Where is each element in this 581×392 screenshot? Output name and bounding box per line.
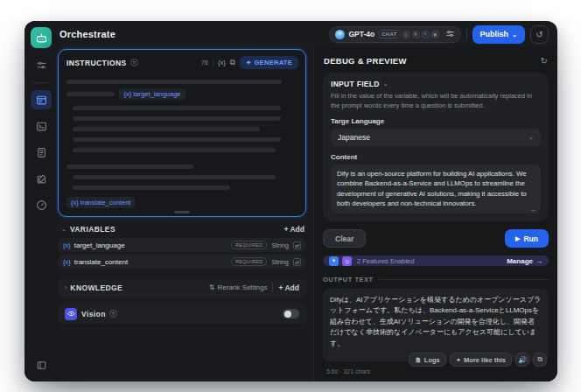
variables-title: VARIABLES <box>70 225 116 234</box>
variable-icon: {x} <box>63 242 71 249</box>
variable-tag-target-language[interactable]: {x} target_language <box>119 88 185 100</box>
nav-orchestrate-icon[interactable] <box>31 90 52 109</box>
copy-output-button[interactable]: ⧉ <box>533 353 547 367</box>
sparkle-icon: ✦ <box>246 59 252 66</box>
nav-monitoring-icon[interactable] <box>31 195 52 214</box>
copy-icon: ⧉ <box>537 355 542 364</box>
manage-features-button[interactable]: Manage → <box>507 257 542 265</box>
instructions-editor[interactable]: INSTRUCTIONS ? 78 {x} ⧉ ✦ GENERATE <box>58 49 306 217</box>
nav-logs-icon[interactable] <box>31 143 52 162</box>
features-enabled-text: 2 Features Enabled <box>357 257 414 265</box>
rerank-settings-button[interactable]: ⇅ Rerank Settings <box>209 284 268 291</box>
logs-icon: 🗎 <box>415 356 422 364</box>
output-text-title: OUTPUT TEXT <box>323 276 374 284</box>
play-icon: ▶ <box>515 235 520 242</box>
content-textarea[interactable]: Dify is an open-source platform for buil… <box>331 164 541 214</box>
resize-handle[interactable] <box>174 211 190 214</box>
eye-icon <box>65 308 77 320</box>
app-logo-robot-icon[interactable] <box>31 27 52 48</box>
knowledge-title: KNOWLEDGE <box>70 284 122 292</box>
required-badge: REQUIRED <box>231 241 267 249</box>
model-capability-3-icon: ✎ <box>422 31 430 38</box>
input-field-description: Fill in the value of the variable, which… <box>331 92 541 110</box>
chevron-down-icon: ⌄ <box>512 32 517 38</box>
copy-icon[interactable]: ⧉ <box>230 58 235 67</box>
prompt-skeleton: {x} target_language {x} translate_conten… <box>59 73 305 216</box>
feature-opener-icon: ☺ <box>342 256 352 266</box>
output-divider <box>379 279 549 280</box>
logs-button[interactable]: 🗎 Logs <box>409 353 445 367</box>
model-name: GPT-4o <box>348 30 374 38</box>
help-icon[interactable]: ? <box>130 59 138 66</box>
model-capability-4-icon: ◉ <box>431 31 439 38</box>
feature-speech-icon: ✦ <box>329 256 339 266</box>
chevron-down-icon: ⌄ <box>528 134 534 141</box>
content-label: Content <box>331 153 541 161</box>
clear-button[interactable]: Clear <box>323 229 366 248</box>
insert-variable-button[interactable]: {x} <box>218 59 226 66</box>
titlebar-divider <box>466 28 467 40</box>
char-count: 78 <box>201 59 208 66</box>
knowledge-section[interactable]: › KNOWLEDGE ⇅ Rerank Settings + Add <box>58 277 306 298</box>
model-selector[interactable]: ✳ GPT-4o CHAT ◎ 🗎 ✎ ◉ <box>329 26 460 43</box>
change-type-icon[interactable]: ⇄ <box>293 258 301 266</box>
output-card: Difyは、AIアプリケーションを構築するためのオープンソースプラットフォームで… <box>323 289 549 361</box>
output-text: Difyは、AIアプリケーションを構築するためのオープンソースプラットフォームで… <box>330 295 542 349</box>
features-banner[interactable]: ✦ ☺ 2 Features Enabled Manage → <box>323 256 549 266</box>
variable-row-translate-content[interactable]: {x} translate_content REQUIRED String ⇄ <box>58 255 306 269</box>
chevron-down-icon: ⌄ <box>61 226 66 233</box>
arrow-right-icon: → <box>536 257 542 265</box>
debug-preview-panel: DEBUG & PREVIEW ↻ INPUT FIELD ⌄ Fill in … <box>313 47 557 382</box>
target-language-label: Targe Language <box>331 117 541 125</box>
page-title: Orchestrate <box>60 29 116 39</box>
history-icon: ↺ <box>536 30 542 39</box>
vision-section: Vision ? <box>58 304 306 324</box>
help-icon[interactable]: ? <box>109 310 117 318</box>
instructions-title: INSTRUCTIONS <box>66 59 127 67</box>
vision-toggle[interactable] <box>283 309 299 318</box>
rail-divider <box>32 82 50 83</box>
chevron-down-icon: ⌄ <box>383 80 388 88</box>
input-field-header[interactable]: INPUT FIELD ⌄ <box>331 80 541 88</box>
model-mode-badge: CHAT <box>378 30 400 38</box>
sparkle-icon: ✦ <box>456 356 461 364</box>
speaker-icon: 🔊 <box>518 356 527 364</box>
publish-button[interactable]: Publish ⌄ <box>472 25 525 44</box>
openai-logo-icon: ✳ <box>335 30 345 39</box>
chevron-right-icon: › <box>65 284 66 290</box>
variable-icon: {x} <box>63 258 71 266</box>
target-language-select[interactable]: Japanese ⌄ <box>331 129 541 146</box>
model-params-icon[interactable] <box>445 26 455 42</box>
rerank-icon: ⇅ <box>209 284 215 291</box>
change-type-icon[interactable]: ⇄ <box>293 242 301 249</box>
orchestrate-panel: INSTRUCTIONS ? 78 {x} ⧉ ✦ GENERATE <box>58 47 313 382</box>
variables-header[interactable]: ⌄ VARIABLES + Add <box>58 217 306 238</box>
icon-rail <box>24 21 58 382</box>
input-field-card: INPUT FIELD ⌄ Fill in the value of the v… <box>323 73 549 221</box>
nav-annotations-icon[interactable] <box>31 169 52 188</box>
nav-api-access-icon[interactable] <box>31 116 52 136</box>
refresh-icon[interactable]: ↻ <box>541 56 548 66</box>
model-capability-2-icon: 🗎 <box>412 31 420 38</box>
debug-preview-title: DEBUG & PREVIEW <box>324 56 407 66</box>
generate-button[interactable]: ✦ GENERATE <box>240 56 298 69</box>
sliders-icon[interactable] <box>31 55 52 74</box>
model-capability-1-icon: ◎ <box>402 31 410 38</box>
add-knowledge-button[interactable]: + Add <box>278 284 299 292</box>
generation-stats: 5.6s · 321 chars <box>323 363 370 374</box>
version-history-button[interactable]: ↺ <box>530 25 549 44</box>
more-like-this-button[interactable]: ✦ More like this <box>450 353 512 367</box>
run-button[interactable]: ▶ Run <box>505 229 549 248</box>
collapse-panel-icon[interactable] <box>31 355 52 374</box>
variable-row-target-language[interactable]: {x} target_language REQUIRED String ⇄ <box>58 238 306 252</box>
titlebar: Orchestrate ✳ GPT-4o CHAT ◎ 🗎 ✎ ◉ Publis… <box>58 21 557 47</box>
required-badge: REQUIRED <box>231 257 267 266</box>
text-to-speech-button[interactable]: 🔊 <box>515 353 529 367</box>
variable-tag-translate-content[interactable]: {x} translate_content <box>66 197 135 208</box>
vision-label: Vision <box>81 310 106 318</box>
app-window: Orchestrate ✳ GPT-4o CHAT ◎ 🗎 ✎ ◉ Publis… <box>24 21 557 382</box>
add-variable-button[interactable]: + Add <box>284 225 304 234</box>
